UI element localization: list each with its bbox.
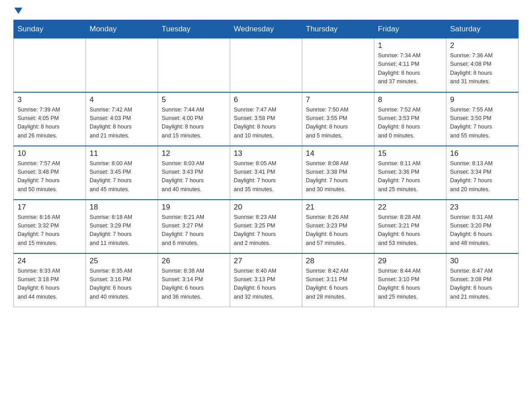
weekday-header-wednesday: Wednesday <box>230 20 302 39</box>
calendar-cell: 17Sunrise: 8:16 AMSunset: 3:32 PMDayligh… <box>14 200 86 253</box>
day-info: Sunrise: 8:47 AMSunset: 3:08 PMDaylight:… <box>450 267 515 302</box>
day-info: Sunrise: 8:40 AMSunset: 3:13 PMDaylight:… <box>234 267 298 302</box>
calendar-cell: 15Sunrise: 8:11 AMSunset: 3:36 PMDayligh… <box>374 146 446 200</box>
logo-triangle-icon <box>14 8 22 14</box>
calendar-cell: 9Sunrise: 7:55 AMSunset: 3:50 PMDaylight… <box>446 92 519 146</box>
day-info: Sunrise: 7:57 AMSunset: 3:48 PMDaylight:… <box>17 159 82 194</box>
day-number: 7 <box>306 95 370 104</box>
day-number: 14 <box>306 149 370 158</box>
day-info: Sunrise: 8:21 AMSunset: 3:27 PMDaylight:… <box>162 213 226 248</box>
day-info: Sunrise: 8:31 AMSunset: 3:20 PMDaylight:… <box>450 213 515 248</box>
day-info: Sunrise: 8:13 AMSunset: 3:34 PMDaylight:… <box>450 159 515 194</box>
calendar-cell <box>230 39 302 92</box>
calendar-cell: 19Sunrise: 8:21 AMSunset: 3:27 PMDayligh… <box>158 200 230 253</box>
calendar-cell: 5Sunrise: 7:44 AMSunset: 4:00 PMDaylight… <box>158 92 230 146</box>
day-number: 2 <box>450 41 515 50</box>
day-info: Sunrise: 8:23 AMSunset: 3:25 PMDaylight:… <box>234 213 298 248</box>
day-info: Sunrise: 8:38 AMSunset: 3:14 PMDaylight:… <box>162 267 226 302</box>
day-info: Sunrise: 8:03 AMSunset: 3:43 PMDaylight:… <box>162 159 226 194</box>
day-number: 9 <box>450 95 515 104</box>
calendar-cell: 30Sunrise: 8:47 AMSunset: 3:08 PMDayligh… <box>446 253 519 307</box>
day-number: 8 <box>378 95 442 104</box>
calendar-cell: 21Sunrise: 8:26 AMSunset: 3:23 PMDayligh… <box>302 200 374 253</box>
day-info: Sunrise: 7:44 AMSunset: 4:00 PMDaylight:… <box>162 106 226 141</box>
day-number: 21 <box>306 203 370 212</box>
day-info: Sunrise: 8:28 AMSunset: 3:21 PMDaylight:… <box>378 213 442 248</box>
day-number: 18 <box>90 203 154 212</box>
weekday-header-friday: Friday <box>374 20 446 39</box>
day-info: Sunrise: 7:50 AMSunset: 3:55 PMDaylight:… <box>306 106 370 141</box>
day-number: 17 <box>17 203 82 212</box>
calendar-cell: 1Sunrise: 7:34 AMSunset: 4:11 PMDaylight… <box>374 39 446 92</box>
calendar-cell: 14Sunrise: 8:08 AMSunset: 3:38 PMDayligh… <box>302 146 374 200</box>
day-number: 12 <box>162 149 226 158</box>
day-number: 4 <box>90 95 154 104</box>
day-number: 1 <box>378 41 442 50</box>
calendar-cell: 11Sunrise: 8:00 AMSunset: 3:45 PMDayligh… <box>86 146 158 200</box>
day-number: 29 <box>378 257 442 265</box>
day-info: Sunrise: 8:26 AMSunset: 3:23 PMDaylight:… <box>306 213 370 248</box>
day-info: Sunrise: 7:47 AMSunset: 3:58 PMDaylight:… <box>234 106 298 141</box>
day-number: 16 <box>450 149 515 158</box>
calendar-cell: 10Sunrise: 7:57 AMSunset: 3:48 PMDayligh… <box>14 146 86 200</box>
day-number: 23 <box>450 203 515 212</box>
day-info: Sunrise: 8:44 AMSunset: 3:10 PMDaylight:… <box>378 267 442 302</box>
day-number: 22 <box>378 203 442 212</box>
day-info: Sunrise: 8:35 AMSunset: 3:16 PMDaylight:… <box>90 267 154 302</box>
calendar-cell: 4Sunrise: 7:42 AMSunset: 4:03 PMDaylight… <box>86 92 158 146</box>
calendar-week-row: 10Sunrise: 7:57 AMSunset: 3:48 PMDayligh… <box>14 146 519 200</box>
day-number: 28 <box>306 257 370 265</box>
day-number: 3 <box>17 95 82 104</box>
calendar-cell <box>302 39 374 92</box>
page-header <box>13 9 519 15</box>
weekday-header-thursday: Thursday <box>302 20 374 39</box>
calendar-cell: 27Sunrise: 8:40 AMSunset: 3:13 PMDayligh… <box>230 253 302 307</box>
calendar-cell: 6Sunrise: 7:47 AMSunset: 3:58 PMDaylight… <box>230 92 302 146</box>
weekday-header-monday: Monday <box>86 20 158 39</box>
day-number: 19 <box>162 203 226 212</box>
calendar-week-row: 17Sunrise: 8:16 AMSunset: 3:32 PMDayligh… <box>14 200 519 253</box>
calendar-week-row: 24Sunrise: 8:33 AMSunset: 3:18 PMDayligh… <box>14 253 519 307</box>
calendar-cell: 3Sunrise: 7:39 AMSunset: 4:05 PMDaylight… <box>14 92 86 146</box>
calendar-cell <box>14 39 86 92</box>
day-number: 13 <box>234 149 298 158</box>
day-number: 24 <box>17 257 82 265</box>
day-info: Sunrise: 8:00 AMSunset: 3:45 PMDaylight:… <box>90 159 154 194</box>
day-info: Sunrise: 7:52 AMSunset: 3:53 PMDaylight:… <box>378 106 442 141</box>
day-info: Sunrise: 8:08 AMSunset: 3:38 PMDaylight:… <box>306 159 370 194</box>
day-info: Sunrise: 8:11 AMSunset: 3:36 PMDaylight:… <box>378 159 442 194</box>
calendar-cell: 23Sunrise: 8:31 AMSunset: 3:20 PMDayligh… <box>446 200 519 253</box>
calendar-cell: 26Sunrise: 8:38 AMSunset: 3:14 PMDayligh… <box>158 253 230 307</box>
calendar-cell: 18Sunrise: 8:18 AMSunset: 3:29 PMDayligh… <box>86 200 158 253</box>
calendar-cell: 28Sunrise: 8:42 AMSunset: 3:11 PMDayligh… <box>302 253 374 307</box>
day-number: 10 <box>17 149 82 158</box>
calendar-cell: 8Sunrise: 7:52 AMSunset: 3:53 PMDaylight… <box>374 92 446 146</box>
day-info: Sunrise: 7:39 AMSunset: 4:05 PMDaylight:… <box>17 106 82 141</box>
day-info: Sunrise: 8:33 AMSunset: 3:18 PMDaylight:… <box>17 267 82 302</box>
day-info: Sunrise: 8:18 AMSunset: 3:29 PMDaylight:… <box>90 213 154 248</box>
day-info: Sunrise: 7:55 AMSunset: 3:50 PMDaylight:… <box>450 106 515 141</box>
weekday-header-tuesday: Tuesday <box>158 20 230 39</box>
day-number: 20 <box>234 203 298 212</box>
day-number: 27 <box>234 257 298 265</box>
day-info: Sunrise: 8:05 AMSunset: 3:41 PMDaylight:… <box>234 159 298 194</box>
day-number: 5 <box>162 95 226 104</box>
weekday-header-row: SundayMondayTuesdayWednesdayThursdayFrid… <box>14 20 519 39</box>
day-number: 30 <box>450 257 515 265</box>
day-number: 15 <box>378 149 442 158</box>
calendar-cell: 12Sunrise: 8:03 AMSunset: 3:43 PMDayligh… <box>158 146 230 200</box>
day-info: Sunrise: 7:34 AMSunset: 4:11 PMDaylight:… <box>378 51 442 86</box>
calendar-cell: 7Sunrise: 7:50 AMSunset: 3:55 PMDaylight… <box>302 92 374 146</box>
day-info: Sunrise: 7:42 AMSunset: 4:03 PMDaylight:… <box>90 106 154 141</box>
calendar-cell: 29Sunrise: 8:44 AMSunset: 3:10 PMDayligh… <box>374 253 446 307</box>
calendar-cell: 20Sunrise: 8:23 AMSunset: 3:25 PMDayligh… <box>230 200 302 253</box>
day-info: Sunrise: 8:42 AMSunset: 3:11 PMDaylight:… <box>306 267 370 302</box>
day-info: Sunrise: 7:36 AMSunset: 4:08 PMDaylight:… <box>450 51 515 86</box>
calendar-cell: 24Sunrise: 8:33 AMSunset: 3:18 PMDayligh… <box>14 253 86 307</box>
weekday-header-sunday: Sunday <box>14 20 86 39</box>
calendar-cell: 13Sunrise: 8:05 AMSunset: 3:41 PMDayligh… <box>230 146 302 200</box>
calendar-cell <box>86 39 158 92</box>
logo <box>13 9 22 15</box>
calendar-week-row: 3Sunrise: 7:39 AMSunset: 4:05 PMDaylight… <box>14 92 519 146</box>
calendar-cell: 22Sunrise: 8:28 AMSunset: 3:21 PMDayligh… <box>374 200 446 253</box>
